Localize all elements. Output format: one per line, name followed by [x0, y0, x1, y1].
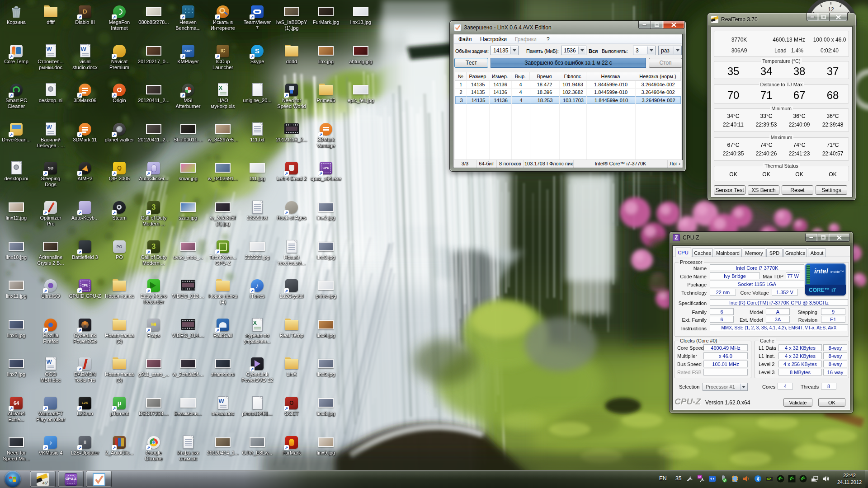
svg-text:60: 60: [698, 476, 701, 479]
svg-text:12: 12: [828, 6, 834, 13]
